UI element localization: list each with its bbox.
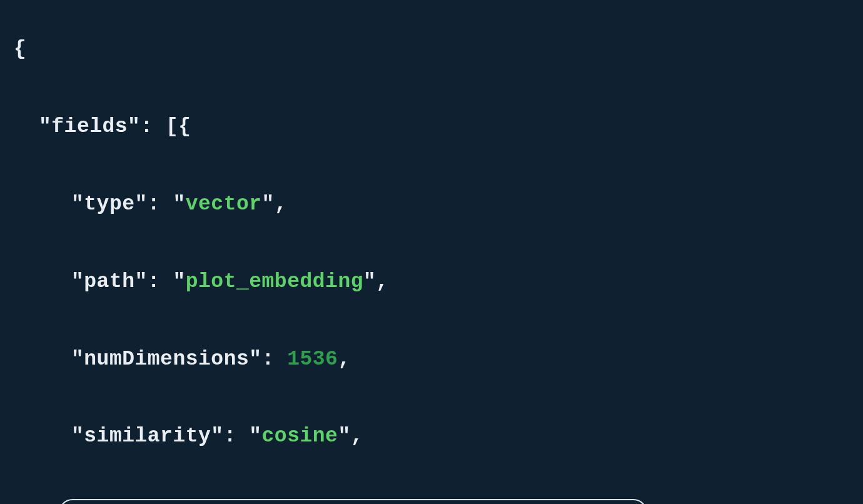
json-string-value: vector [186, 193, 262, 216]
json-key-path: "path" [71, 270, 148, 293]
punct: : [224, 425, 250, 448]
punct: " [173, 193, 185, 216]
punct: " [363, 270, 376, 293]
json-key-similarity: "similarity" [71, 425, 224, 448]
json-key-fields: "fields" [39, 115, 140, 138]
punct: : [262, 348, 288, 371]
punct: : [{ [140, 115, 191, 138]
code-line: "path": "plot_embedding", [14, 271, 849, 294]
open-brace: { [14, 38, 26, 61]
punct: , [351, 425, 363, 448]
code-line: "fields": [{ [14, 116, 849, 139]
punct: " [249, 425, 261, 448]
punct: : [148, 193, 173, 216]
code-line: "type": "vector", [14, 193, 849, 216]
punct: " [262, 193, 275, 216]
punct: , [376, 270, 388, 293]
punct: , [338, 348, 350, 371]
quantization-highlight-box: "quantization": "none" | "scalar" | "bin… [59, 499, 647, 504]
punct: " [173, 270, 185, 293]
code-line: { [14, 38, 849, 61]
json-code-block: { "fields": [{ "type": "vector", "path":… [0, 0, 863, 504]
json-key-type: "type" [71, 193, 148, 216]
punct: , [275, 193, 287, 216]
code-line: "similarity": "cosine", [14, 425, 849, 448]
json-key-numdimensions: "numDimensions" [71, 348, 262, 371]
json-number-value: 1536 [287, 348, 338, 371]
code-line: "numDimensions": 1536, [14, 348, 849, 371]
punct: " [338, 425, 350, 448]
json-string-value: cosine [262, 425, 338, 448]
punct: : [148, 270, 173, 293]
json-string-value: plot_embedding [186, 270, 363, 293]
